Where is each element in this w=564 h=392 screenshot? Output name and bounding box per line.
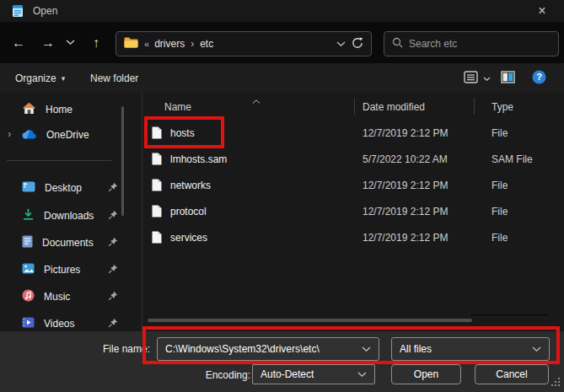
encoding-label: Encoding: [206,369,250,381]
column-header-name[interactable]: Name [164,101,191,113]
preview-pane-icon [501,71,515,86]
search-box[interactable]: Search etc [384,31,559,56]
forward-button[interactable]: → [36,22,60,63]
file-row-networks[interactable]: networks 12/7/2019 2:12 PM File [148,172,564,198]
breadcrumb-drivers[interactable]: drivers [154,38,185,50]
column-divider[interactable] [474,98,475,115]
titlebar: Open × [0,0,564,22]
address-bar[interactable]: « drivers › etc [115,31,372,56]
pin-icon [108,182,118,195]
back-button[interactable]: ← [7,22,30,63]
onedrive-icon [22,129,37,142]
help-icon: ? [532,70,546,87]
file-icon [152,231,162,246]
folder-icon [124,37,138,51]
open-button[interactable]: Open [391,364,461,384]
preview-pane-button[interactable] [501,63,515,93]
file-row-lmhosts[interactable]: lmhosts.sam 5/7/2022 10:22 AM SAM File [148,146,564,172]
file-row-protocol[interactable]: protocol 12/7/2019 2:12 PM File [148,198,564,224]
sidebar-item-desktop[interactable]: Desktop [22,178,118,198]
sidebar-scrollbar[interactable] [121,106,124,216]
sidebar-item-home[interactable]: Home [22,99,118,120]
desktop-icon [22,181,35,195]
sidebar-item-onedrive[interactable]: OneDrive [22,125,118,145]
pane-divider[interactable] [142,93,142,331]
breadcrumb-etc[interactable]: etc [200,38,213,50]
close-button[interactable]: × [532,1,552,21]
pin-icon [108,210,118,223]
file-row-services[interactable]: services 12/7/2019 2:12 PM File [148,224,564,250]
horizontal-scrollbar[interactable] [148,319,472,322]
sidebar-separator [7,160,111,161]
details-view-icon [464,71,478,86]
search-icon [392,37,403,51]
annotation-filename-highlight [142,326,560,364]
window-title: Open [33,5,57,17]
annotation-hosts-highlight [144,116,224,148]
file-icon [152,179,162,194]
navigation-toolbar: ← → ↑ « drivers › etc [0,22,564,63]
sidebar-item-documents[interactable]: Documents [22,233,118,253]
view-mode-button[interactable] [464,63,491,93]
pin-icon [108,318,118,330]
main-area: Home › OneDrive Desktop [0,93,564,331]
address-dropdown-chevron-icon[interactable] [336,38,346,50]
file-icon [152,153,162,168]
chevron-down-icon [357,368,367,380]
column-header-type[interactable]: Type [491,101,513,113]
downloads-icon [22,208,35,223]
home-icon [22,102,36,117]
column-header-date-modified[interactable]: Date modified [363,101,425,113]
list-bottom-divider [470,314,548,315]
organize-button[interactable]: Organize ▾ [15,63,65,93]
music-icon [22,289,35,304]
svg-text:?: ? [536,72,542,82]
breadcrumb-separator-icon: › [191,38,194,50]
resize-grip[interactable] [551,378,561,389]
list-header: Name Date modified Type [148,94,564,116]
view-mode-chevron-icon [483,72,491,84]
sidebar-item-music[interactable]: Music [22,287,118,307]
up-button[interactable]: ↑ [84,22,108,63]
sidebar-item-pictures[interactable]: Pictures [22,260,118,280]
search-placeholder: Search etc [409,38,457,50]
help-button[interactable]: ? [532,63,546,93]
encoding-combobox[interactable]: Auto-Detect [252,364,375,384]
breadcrumb-overflow[interactable]: « [144,39,148,49]
recent-locations-chevron-icon[interactable] [62,22,78,63]
onedrive-expander-icon[interactable]: › [8,127,11,140]
open-dialog: Open × ← → ↑ « drivers › etc [0,0,564,392]
sidebar-item-downloads[interactable]: Downloads [22,206,118,226]
column-divider[interactable] [354,98,355,115]
pin-icon [108,237,118,250]
notepad-icon [11,4,24,18]
documents-icon [22,235,33,250]
cancel-button[interactable]: Cancel [475,364,549,384]
organize-caret-icon: ▾ [62,74,66,83]
pin-icon [108,291,118,303]
file-icon [152,205,162,220]
pin-icon [108,264,118,277]
sort-ascending-icon [252,94,261,106]
refresh-icon[interactable] [352,37,363,51]
videos-icon [22,317,35,330]
pictures-icon [22,263,35,277]
command-bar: Organize ▾ New folder ? [0,63,564,93]
new-folder-button[interactable]: New folder [90,63,138,93]
